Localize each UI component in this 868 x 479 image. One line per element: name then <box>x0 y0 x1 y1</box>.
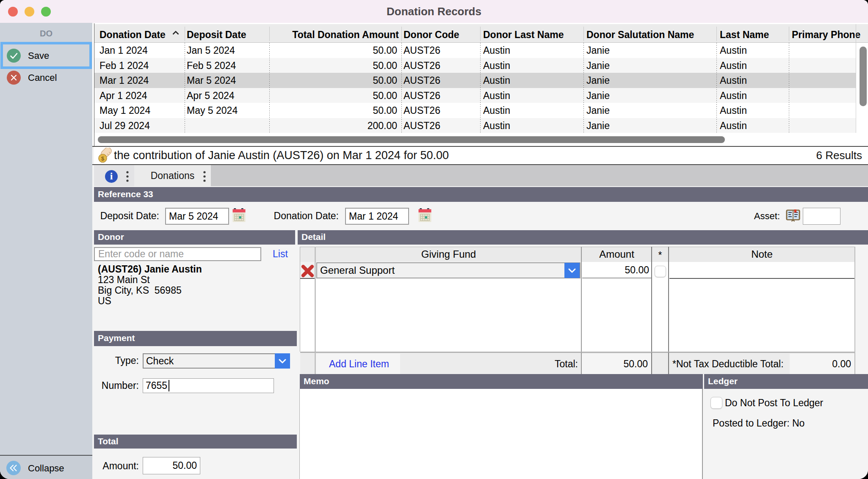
svg-text:$: $ <box>101 155 105 162</box>
